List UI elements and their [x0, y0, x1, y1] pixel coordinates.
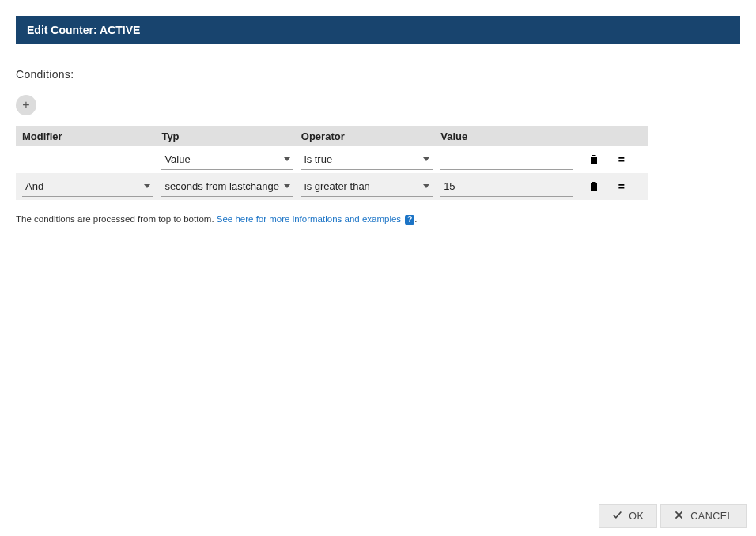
value-input[interactable]: [440, 176, 572, 197]
conditions-table: Modifier Typ Operator Value Value is tr: [16, 126, 648, 200]
ok-button[interactable]: OK: [599, 504, 657, 528]
type-select[interactable]: Value: [161, 149, 293, 170]
operator-select[interactable]: is greater than: [301, 176, 433, 197]
cancel-button-label: CANCEL: [690, 511, 733, 522]
drag-icon: =: [618, 180, 623, 193]
edit-counter-dialog: Edit Counter: ACTIVE Conditions: + Modif…: [0, 0, 756, 536]
col-header-value: Value: [440, 130, 580, 142]
type-select[interactable]: seconds from lastchange: [161, 176, 293, 197]
chevron-down-icon: [284, 184, 290, 188]
chevron-down-icon: [423, 184, 429, 188]
plus-icon: +: [22, 98, 29, 112]
type-select-value: Value: [164, 153, 190, 165]
help-icon[interactable]: ?: [405, 215, 414, 225]
table-header-row: Modifier Typ Operator Value: [16, 126, 648, 146]
close-icon: [674, 510, 684, 523]
hint-link[interactable]: See here for more informations and examp…: [217, 214, 401, 224]
modifier-select-value: And: [25, 180, 43, 192]
col-header-operator: Operator: [301, 130, 440, 142]
add-condition-button[interactable]: +: [16, 95, 36, 115]
drag-icon: =: [618, 153, 623, 166]
dialog-footer: OK CANCEL: [0, 496, 756, 536]
table-row: And seconds from lastchange is greater t…: [16, 173, 648, 200]
drag-handle[interactable]: =: [613, 179, 629, 194]
drag-handle[interactable]: =: [613, 152, 629, 168]
hint-prefix: The conditions are processed from top to…: [16, 214, 217, 224]
conditions-hint: The conditions are processed from top to…: [16, 214, 740, 225]
conditions-section-label: Conditions:: [16, 68, 740, 81]
ok-button-label: OK: [629, 511, 644, 522]
modifier-select[interactable]: And: [22, 176, 153, 197]
type-select-value: seconds from lastchange: [164, 180, 279, 192]
delete-row-button[interactable]: [586, 179, 602, 194]
hint-suffix: .: [414, 214, 417, 224]
trash-icon: [590, 182, 598, 191]
operator-select[interactable]: is true: [301, 149, 433, 170]
operator-select-value: is greater than: [304, 180, 370, 192]
operator-select-value: is true: [304, 153, 332, 165]
col-header-modifier: Modifier: [22, 130, 161, 142]
check-icon: [612, 510, 622, 523]
delete-row-button[interactable]: [586, 152, 602, 168]
value-input[interactable]: [440, 149, 572, 170]
table-row: Value is true: [16, 146, 648, 173]
dialog-body: Conditions: + Modifier Typ Operator Valu…: [0, 44, 756, 496]
cancel-button[interactable]: CANCEL: [660, 504, 747, 528]
chevron-down-icon: [423, 157, 429, 161]
dialog-title: Edit Counter: ACTIVE: [27, 24, 140, 36]
chevron-down-icon: [144, 184, 150, 188]
dialog-title-bar: Edit Counter: ACTIVE: [16, 16, 740, 44]
chevron-down-icon: [284, 157, 290, 161]
col-header-type: Typ: [161, 130, 301, 142]
trash-icon: [590, 155, 598, 164]
